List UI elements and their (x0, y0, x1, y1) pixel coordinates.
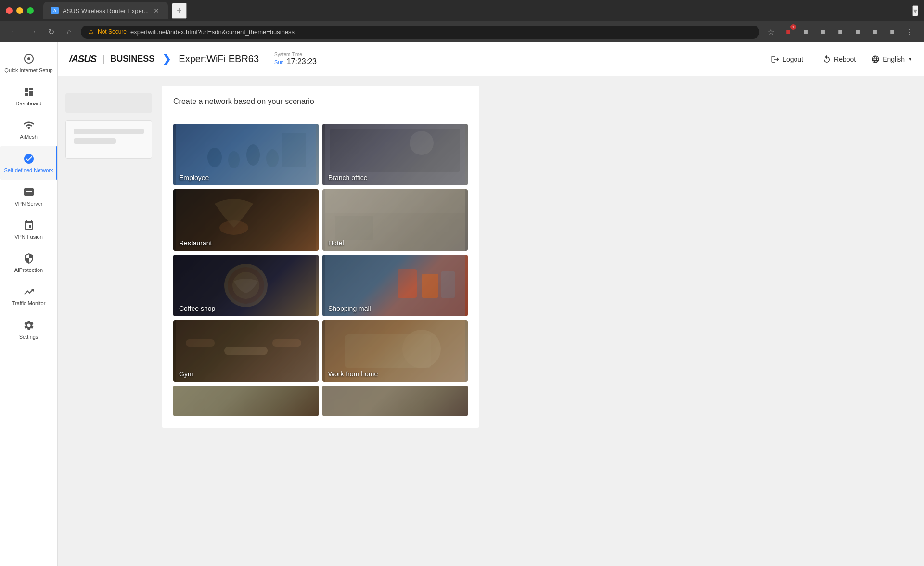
card-label-gym: Gym (179, 370, 193, 378)
aiprotection-icon (22, 252, 36, 265)
card-overlay-partial-2 (322, 386, 468, 416)
maximize-window-button[interactable] (27, 7, 34, 14)
extension-button-1[interactable]: ■ 1 (782, 25, 795, 39)
scenario-card-partial-1[interactable] (173, 386, 319, 416)
sidebar-label-quick-internet-setup: Quick Internet Setup (4, 67, 52, 74)
svg-point-9 (410, 131, 434, 155)
svg-point-4 (246, 144, 260, 166)
extension-button-3[interactable]: ■ (816, 25, 830, 39)
ext-badge: 1 (790, 24, 796, 30)
sidebar-item-aimesh[interactable]: AiMesh (0, 113, 57, 146)
svg-rect-24 (186, 339, 215, 347)
sidebar-item-dashboard[interactable]: Dashboard (0, 79, 57, 113)
logout-button[interactable]: Logout (767, 53, 807, 65)
card-overlay-gym (173, 320, 319, 382)
aimesh-icon (22, 118, 36, 132)
url-text: expertwifi.net/index.html?url=sdn&curren… (130, 28, 295, 36)
asus-logo-text: /ASUS (69, 53, 96, 64)
browser-toolbar: ← → ↻ ⌂ ⚠ Not Secure expertwifi.net/inde… (0, 21, 924, 42)
header-time: System Time Sun 17:23:23 (274, 52, 317, 66)
scenario-card-gym[interactable]: Gym (173, 320, 319, 382)
card-label-employee: Employee (179, 174, 209, 181)
sub-panel-line-2 (74, 138, 116, 144)
scenario-card-hotel[interactable]: Hotel (322, 189, 468, 251)
brand-logo: /ASUS | BUSINESS ❯ ExpertWiFi EBR63 (69, 53, 259, 65)
card-label-restaurant: Restaurant (179, 239, 212, 247)
back-button[interactable]: ← (8, 25, 21, 39)
browser-tabs: A ASUS Wireless Router Exper... ✕ + ▾ (0, 0, 924, 21)
svg-rect-8 (330, 129, 460, 172)
svg-point-29 (402, 330, 441, 368)
sidebar-label-dashboard: Dashboard (16, 101, 42, 107)
tab-expand-button[interactable]: ▾ (912, 5, 918, 16)
svg-rect-25 (224, 347, 268, 355)
address-bar[interactable]: ⚠ Not Secure expertwifi.net/index.html?u… (81, 26, 759, 39)
reboot-label: Reboot (834, 55, 856, 63)
scenario-card-partial-2[interactable] (322, 386, 468, 416)
window-controls (6, 7, 34, 14)
minimize-window-button[interactable] (16, 7, 23, 14)
self-defined-network-icon (22, 152, 36, 166)
sub-panel-content (65, 120, 152, 159)
traffic-monitor-icon (22, 285, 36, 298)
app-container: Quick Internet Setup Dashboard AiMesh Se… (0, 42, 924, 566)
scenario-card-shopping-mall[interactable]: Shopping mall (322, 255, 468, 316)
sidebar-label-aiprotection: AiProtection (14, 267, 43, 273)
close-window-button[interactable] (6, 7, 13, 14)
sidebar-label-self-defined-network: Self-defined Network (4, 167, 53, 174)
scenario-card-branch-office[interactable]: Branch office (322, 124, 468, 185)
sidebar-item-self-defined-network[interactable]: Self-defined Network (0, 146, 57, 180)
extension-button-2[interactable]: ■ (799, 25, 812, 39)
card-overlay-hotel (322, 189, 468, 251)
scenario-card-coffee-shop[interactable]: Coffee shop (173, 255, 319, 316)
tab-title: ASUS Wireless Router Exper... (63, 7, 149, 14)
language-dropdown-icon: ▼ (908, 56, 912, 62)
sidebar-label-aimesh: AiMesh (20, 134, 38, 140)
sidebar: Quick Internet Setup Dashboard AiMesh Se… (0, 42, 58, 566)
scenario-card-restaurant[interactable]: Restaurant (173, 189, 319, 251)
forward-button[interactable]: → (26, 25, 39, 39)
svg-rect-22 (441, 271, 455, 298)
security-icon: ⚠ (89, 28, 94, 35)
reboot-button[interactable]: Reboot (819, 53, 860, 65)
new-tab-button[interactable]: + (172, 3, 187, 19)
menu-button[interactable]: ⋮ (903, 25, 916, 39)
scenario-card-employee[interactable]: Employee (173, 124, 319, 185)
scenario-card-work-from-home[interactable]: Work from home (322, 320, 468, 382)
sidebar-item-vpn-server[interactable]: VPN Server (0, 180, 57, 213)
logout-label: Logout (783, 55, 803, 63)
sidebar-item-settings[interactable]: Settings (0, 313, 57, 346)
language-button[interactable]: English ▼ (871, 55, 912, 64)
card-label-shopping-mall: Shopping mall (328, 305, 371, 312)
extension-button-4[interactable]: ■ (834, 25, 847, 39)
extension-button-5[interactable]: ■ (851, 25, 864, 39)
card-label-work-from-home: Work from home (328, 370, 378, 378)
day-label: Sun (274, 59, 284, 65)
brand-divider: | (102, 53, 104, 64)
extension-button-7[interactable]: ■ (886, 25, 899, 39)
active-browser-tab[interactable]: A ASUS Wireless Router Exper... ✕ (43, 2, 168, 19)
svg-point-3 (228, 151, 240, 168)
sidebar-label-vpn-fusion: VPN Fusion (14, 234, 43, 240)
close-tab-button[interactable]: ✕ (153, 6, 160, 15)
svg-rect-14 (335, 216, 373, 240)
bookmark-button[interactable]: ☆ (764, 25, 778, 39)
panel-header-breadcrumb (65, 93, 152, 113)
card-label-coffee-shop: Coffee shop (179, 305, 215, 312)
sidebar-item-vpn-fusion[interactable]: VPN Fusion (0, 213, 57, 246)
security-text: Not Secure (98, 28, 127, 35)
vpn-server-icon (22, 185, 36, 199)
app-header: /ASUS | BUSINESS ❯ ExpertWiFi EBR63 Syst… (58, 42, 924, 76)
header-actions: Logout Reboot English ▼ (767, 53, 912, 65)
reload-button[interactable]: ↻ (44, 25, 58, 39)
extension-button-6[interactable]: ■ (868, 25, 882, 39)
sidebar-item-aiprotection[interactable]: AiProtection (0, 246, 57, 279)
vpn-fusion-icon (22, 219, 36, 232)
svg-rect-21 (422, 274, 438, 298)
home-button[interactable]: ⌂ (63, 25, 76, 39)
sidebar-item-traffic-monitor[interactable]: Traffic Monitor (0, 279, 57, 312)
quick-internet-setup-icon (22, 52, 36, 65)
system-time-label: System Time (274, 52, 317, 57)
sidebar-item-quick-internet-setup[interactable]: Quick Internet Setup (0, 46, 57, 79)
language-label: English (883, 55, 905, 63)
